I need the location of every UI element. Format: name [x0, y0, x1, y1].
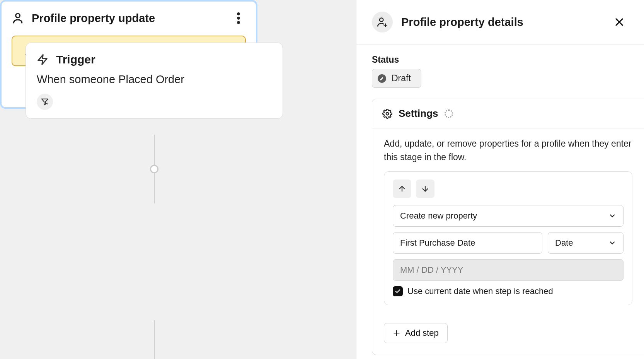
add-step-button[interactable]: Add step — [384, 323, 448, 343]
property-name-value: First Purchase Date — [400, 238, 475, 248]
svg-point-9 — [380, 18, 383, 22]
settings-description: Add, update, or remove properties for a … — [372, 128, 644, 171]
connector-node[interactable] — [150, 165, 158, 173]
add-step-label: Add step — [405, 328, 439, 338]
trigger-filter-button[interactable] — [37, 94, 53, 110]
svg-marker-0 — [38, 55, 47, 65]
arrow-up-icon — [398, 185, 406, 193]
status-value: Draft — [392, 73, 411, 84]
person-sparkle-icon — [372, 12, 393, 32]
svg-point-4 — [237, 12, 240, 15]
property-block: Create new property First Purchase Date — [384, 171, 632, 305]
action-more-button[interactable] — [231, 11, 246, 26]
status-section: Status Draft — [372, 55, 644, 88]
svg-point-3 — [16, 14, 20, 18]
settings-card: Settings Add, update, or remove properti… — [372, 99, 644, 355]
close-button[interactable] — [612, 14, 627, 30]
settings-header: Settings — [372, 99, 644, 128]
details-panel: Profile property details Status Draft — [356, 0, 644, 359]
use-current-date-checkbox[interactable] — [393, 286, 403, 296]
date-value-input: MM / DD / YYYY — [393, 259, 624, 281]
panel-title: Profile property details — [401, 16, 523, 29]
person-icon — [12, 12, 24, 24]
pencil-circle-icon — [378, 74, 386, 83]
date-placeholder: MM / DD / YYYY — [400, 265, 463, 275]
chevron-down-icon — [608, 239, 616, 247]
svg-point-6 — [237, 21, 240, 24]
trigger-title: Trigger — [56, 53, 95, 66]
plus-icon — [393, 329, 400, 337]
move-up-button[interactable] — [393, 180, 411, 198]
trigger-card[interactable]: Trigger When someone Placed Order — [26, 43, 283, 119]
flow-canvas[interactable]: Trigger When someone Placed Order — [0, 0, 356, 359]
action-title: Profile property update — [32, 12, 155, 25]
property-name-input[interactable]: First Purchase Date — [393, 232, 542, 254]
chevron-down-icon — [608, 212, 616, 220]
trigger-description: When someone Placed Order — [37, 73, 272, 86]
svg-point-12 — [386, 112, 389, 115]
panel-header: Profile property details — [356, 0, 644, 44]
gear-icon — [382, 109, 392, 119]
status-chip[interactable]: Draft — [372, 69, 421, 88]
arrow-down-icon — [421, 185, 429, 193]
loading-spinner-icon — [445, 109, 453, 118]
move-down-button[interactable] — [416, 180, 434, 198]
lightning-icon — [37, 53, 48, 66]
filter-lightning-icon — [41, 97, 49, 106]
connector-line-bottom — [154, 320, 155, 359]
property-action-selected: Create new property — [400, 211, 477, 221]
kebab-icon — [237, 12, 240, 24]
property-type-select[interactable]: Date — [548, 232, 624, 254]
property-action-select[interactable]: Create new property — [393, 205, 624, 227]
close-icon — [614, 17, 625, 27]
svg-marker-2 — [46, 102, 48, 105]
settings-title: Settings — [399, 108, 438, 120]
status-label: Status — [372, 55, 644, 65]
use-current-date-label: Use current date when step is reached — [407, 286, 553, 296]
property-type-selected: Date — [555, 238, 573, 248]
svg-point-5 — [237, 17, 240, 20]
